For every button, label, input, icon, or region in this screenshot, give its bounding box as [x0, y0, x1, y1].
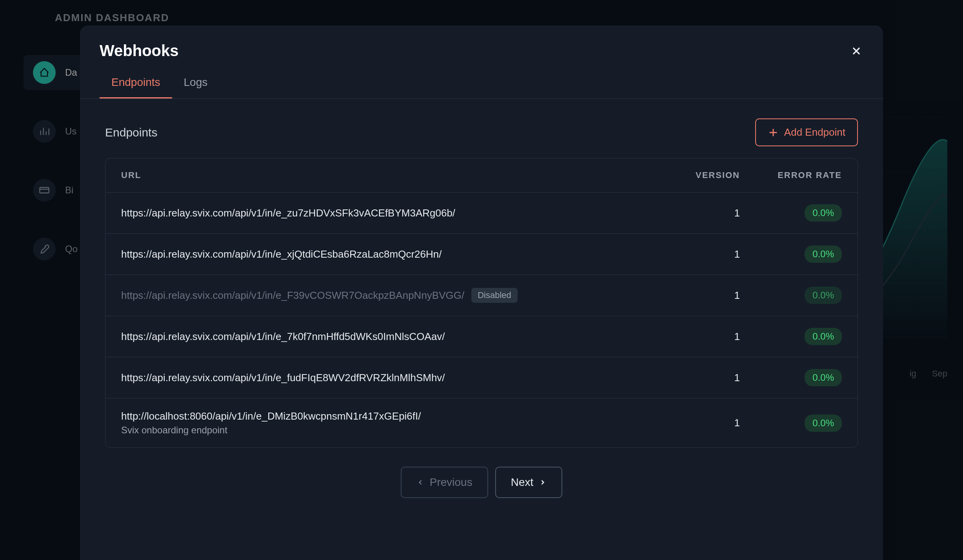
endpoint-version: 1	[661, 417, 740, 429]
endpoint-url: https://api.relay.svix.com/api/v1/in/e_f…	[121, 372, 445, 384]
error-rate-badge: 0.0%	[805, 328, 842, 345]
table-header: URL VERSION ERROR RATE	[105, 158, 858, 193]
tab-logs[interactable]: Logs	[172, 67, 220, 98]
endpoint-url: https://api.relay.svix.com/api/v1/in/e_x…	[121, 248, 442, 260]
previous-label: Previous	[430, 476, 472, 489]
error-rate-badge: 0.0%	[805, 287, 842, 304]
chevron-right-icon	[539, 478, 547, 486]
add-endpoint-label: Add Endpoint	[784, 126, 845, 138]
close-icon	[850, 45, 863, 57]
column-error-rate: ERROR RATE	[740, 170, 842, 180]
error-rate-badge: 0.0%	[805, 369, 842, 386]
error-rate-badge: 0.0%	[805, 245, 842, 263]
disabled-badge: Disabled	[471, 288, 518, 303]
endpoint-version: 1	[661, 372, 740, 384]
next-button[interactable]: Next	[495, 467, 563, 498]
close-button[interactable]	[849, 44, 863, 58]
previous-button[interactable]: Previous	[401, 467, 488, 498]
section-title: Endpoints	[105, 126, 157, 139]
modal-title: Webhooks	[100, 42, 179, 60]
endpoint-version: 1	[661, 207, 740, 219]
endpoint-url: https://api.relay.svix.com/api/v1/in/e_F…	[121, 289, 464, 302]
table-row[interactable]: http://localhost:8060/api/v1/in/e_DMizB0…	[105, 398, 858, 447]
column-url: URL	[121, 170, 661, 180]
endpoint-url: https://api.relay.svix.com/api/v1/in/e_7…	[121, 331, 445, 343]
endpoint-version: 1	[661, 248, 740, 260]
error-rate-badge: 0.0%	[805, 204, 842, 222]
endpoint-url: https://api.relay.svix.com/api/v1/in/e_z…	[121, 207, 455, 219]
endpoint-version: 1	[661, 331, 740, 343]
add-endpoint-button[interactable]: Add Endpoint	[755, 118, 858, 146]
column-version: VERSION	[661, 170, 740, 180]
table-row[interactable]: https://api.relay.svix.com/api/v1/in/e_f…	[105, 357, 858, 398]
endpoints-table: URL VERSION ERROR RATE https://api.relay…	[105, 158, 858, 448]
table-row[interactable]: https://api.relay.svix.com/api/v1/in/e_F…	[105, 275, 858, 316]
tab-endpoints[interactable]: Endpoints	[100, 67, 172, 98]
webhooks-modal: Webhooks Endpoints Logs Endpoints Add En…	[80, 25, 883, 560]
next-label: Next	[511, 476, 534, 489]
chevron-left-icon	[416, 478, 424, 486]
table-row[interactable]: https://api.relay.svix.com/api/v1/in/e_7…	[105, 316, 858, 357]
error-rate-badge: 0.0%	[805, 415, 842, 432]
endpoint-description: Svix onboarding endpoint	[121, 425, 661, 436]
endpoint-url: http://localhost:8060/api/v1/in/e_DMizB0…	[121, 410, 421, 422]
endpoint-version: 1	[661, 289, 740, 302]
pagination: Previous Next	[80, 448, 883, 517]
table-row[interactable]: https://api.relay.svix.com/api/v1/in/e_z…	[105, 193, 858, 234]
table-row[interactable]: https://api.relay.svix.com/api/v1/in/e_x…	[105, 234, 858, 275]
plus-icon	[768, 127, 779, 138]
tabs: Endpoints Logs	[80, 67, 883, 99]
